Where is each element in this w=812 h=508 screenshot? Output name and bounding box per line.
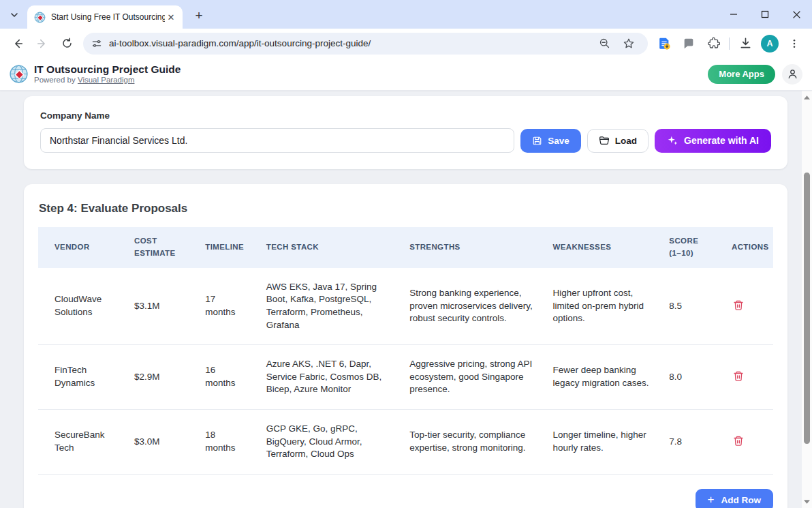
forward-button[interactable]: [31, 33, 53, 55]
app-logo-icon: [10, 65, 28, 83]
scroll-down-arrow[interactable]: [802, 496, 812, 507]
document-download-icon: [657, 37, 671, 50]
app-title: IT Outsourcing Project Guide: [34, 63, 181, 76]
address-bar[interactable]: ai-toolbox.visual-paradigm.com/app/it-ou…: [83, 33, 648, 55]
table-row: CloudWave Solutions $3.1M 17 months AWS …: [38, 268, 773, 345]
extensions-button[interactable]: [703, 33, 723, 54]
cell-tech: Azure AKS, .NET 6, Dapr, Service Fabric,…: [257, 345, 400, 410]
cell-vendor: CloudWave Solutions: [38, 268, 125, 345]
site-settings-icon[interactable]: [91, 38, 102, 49]
page-scrollbar[interactable]: [802, 91, 812, 508]
trash-icon: [733, 370, 744, 382]
cell-vendor: FinTech Dynamics: [38, 345, 125, 410]
reload-icon: [61, 38, 73, 49]
table-header-row: VENDOR COST ESTIMATE TIMELINE TECH STACK…: [38, 227, 773, 268]
sparkles-icon: [667, 135, 678, 147]
cell-tech: GCP GKE, Go, gRPC, BigQuery, Cloud Armor…: [257, 410, 400, 475]
table-row: FinTech Dynamics $2.9M 16 months Azure A…: [38, 345, 773, 410]
scrollbar-thumb[interactable]: [804, 173, 810, 444]
company-name-input[interactable]: [40, 128, 514, 153]
profile-button[interactable]: A: [760, 33, 780, 54]
load-button[interactable]: Load: [587, 129, 649, 153]
col-tech-stack: TECH STACK: [257, 227, 400, 268]
company-name-label: Company Name: [40, 110, 771, 121]
user-account-button[interactable]: [782, 64, 802, 85]
download-icon: [739, 37, 752, 50]
bookmark-button[interactable]: [619, 33, 639, 54]
col-cost-estimate: COST ESTIMATE: [125, 227, 196, 268]
load-button-label: Load: [615, 136, 637, 146]
browser-toolbar: ai-toolbox.visual-paradigm.com/app/it-ou…: [0, 29, 812, 58]
forward-arrow-icon: [36, 38, 48, 50]
delete-row-button[interactable]: [732, 369, 745, 383]
table-row: SecureBank Tech $3.0M 18 months GCP GKE,…: [38, 410, 773, 475]
cell-weaknesses: Fewer deep banking legacy migration case…: [544, 345, 660, 410]
cell-score: 7.8: [659, 410, 722, 475]
save-icon: [532, 136, 542, 146]
site-favicon: [34, 12, 46, 23]
back-button[interactable]: [7, 33, 29, 55]
browser-tab[interactable]: Start Using Free IT Outsourcing ✕: [27, 5, 183, 29]
maximize-icon: [761, 10, 769, 18]
back-arrow-icon: [12, 38, 24, 50]
tab-search-button[interactable]: [5, 6, 23, 24]
scroll-up-arrow[interactable]: [802, 92, 812, 102]
browser-menu-button[interactable]: [784, 33, 805, 54]
cell-score: 8.0: [659, 345, 722, 410]
col-actions: ACTIONS: [722, 227, 773, 268]
kebab-menu-icon: [789, 38, 800, 49]
puzzle-icon: [707, 37, 720, 50]
trash-icon: [733, 299, 744, 311]
profile-avatar: A: [761, 35, 779, 53]
cell-tech: AWS EKS, Java 17, Spring Boot, Kafka, Po…: [257, 268, 400, 345]
add-row-label: Add Row: [721, 495, 762, 505]
cell-strengths: Aggressive pricing, strong API ecosystem…: [400, 345, 543, 410]
window-minimize-button[interactable]: [718, 0, 749, 29]
url-text[interactable]: ai-toolbox.visual-paradigm.com/app/it-ou…: [109, 38, 592, 48]
app-header: IT Outsourcing Project Guide Powered by …: [0, 58, 812, 91]
col-strengths: STRENGTHS: [400, 227, 543, 268]
minimize-icon: [730, 10, 738, 18]
scroll-up-icon: [804, 95, 810, 100]
more-apps-button[interactable]: More Apps: [708, 65, 775, 84]
col-weaknesses: WEAKNESSES: [544, 227, 660, 268]
col-score: SCORE (1–10): [659, 227, 722, 268]
folder-open-icon: [599, 135, 610, 146]
new-tab-button[interactable]: +: [191, 8, 207, 24]
chevron-down-icon: [10, 11, 18, 19]
tab-close-icon[interactable]: ✕: [165, 11, 177, 23]
comment-extension-icon[interactable]: [678, 33, 699, 54]
save-button[interactable]: Save: [520, 129, 581, 153]
add-row-button[interactable]: + Add Row: [696, 489, 773, 508]
toolbar-divider: [729, 38, 730, 50]
col-timeline: TIMELINE: [196, 227, 257, 268]
cell-vendor: SecureBank Tech: [38, 410, 125, 475]
powered-by-prefix: Powered by: [34, 76, 78, 84]
col-vendor: VENDOR: [38, 227, 125, 268]
star-icon: [623, 38, 635, 50]
visual-paradigm-link[interactable]: Visual Paradigm: [78, 76, 135, 84]
step4-card: Step 4: Evaluate Proposals VENDOR COST E…: [24, 184, 787, 508]
zoom-button[interactable]: [594, 33, 614, 54]
company-card: Company Name Save Load Generate with AI: [24, 96, 787, 169]
generate-with-ai-button[interactable]: Generate with AI: [655, 129, 771, 153]
cell-score: 8.5: [659, 268, 722, 345]
delete-row-button[interactable]: [732, 298, 745, 312]
window-close-button[interactable]: [781, 0, 812, 29]
delete-row-button[interactable]: [732, 434, 745, 448]
window-maximize-button[interactable]: [749, 0, 781, 29]
cell-strengths: Top-tier security, compliance expertise,…: [400, 410, 543, 475]
cell-cost: $2.9M: [125, 345, 196, 410]
cell-strengths: Strong banking experience, proven micros…: [400, 268, 543, 345]
cell-timeline: 17 months: [196, 268, 257, 345]
downloads-button[interactable]: [735, 33, 755, 54]
tab-title: Start Using Free IT Outsourcing: [51, 12, 165, 22]
save-button-label: Save: [548, 136, 569, 146]
person-icon: [787, 68, 798, 80]
doc-helper-extension-icon[interactable]: [654, 33, 674, 54]
generate-button-label: Generate with AI: [684, 135, 759, 146]
cell-weaknesses: Higher upfront cost, limited on-prem hyb…: [544, 268, 660, 345]
reload-button[interactable]: [56, 33, 78, 55]
comment-bubble-icon: [683, 38, 695, 50]
step4-title: Step 4: Evaluate Proposals: [39, 202, 773, 215]
